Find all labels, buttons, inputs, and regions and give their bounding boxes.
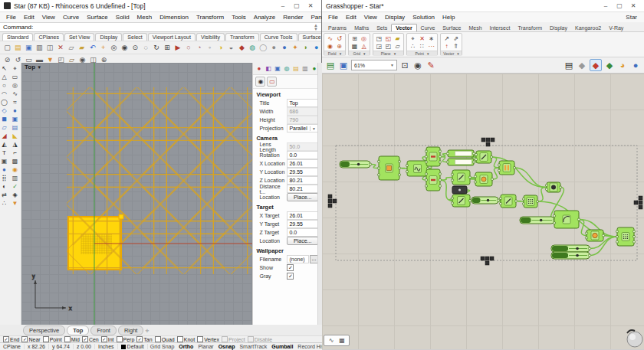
point-polar-icon[interactable]: ∴	[409, 42, 417, 50]
gh-titlebar[interactable]: Grasshopper - Star* –▢✕	[322, 0, 644, 12]
gh-dark-widget[interactable]	[481, 257, 494, 265]
light-tool-icon[interactable]: ◑	[215, 43, 225, 53]
osnap-tan[interactable]: ✓Tan	[136, 336, 152, 342]
toolbar-tab-surface-tools[interactable]: Surface Tools	[298, 33, 321, 41]
gh-node-slider-label[interactable]	[551, 252, 591, 259]
gh-dark-widget[interactable]	[634, 196, 642, 209]
analyze-direction-icon[interactable]: ▶	[173, 43, 183, 53]
boolean-tool-icon[interactable]: ◗	[301, 43, 310, 53]
duplicate-icon[interactable]: ▱	[66, 43, 76, 53]
copy-clipboard-icon[interactable]: ◫	[45, 43, 55, 53]
status-cell-z[interactable]: z 0.00	[74, 344, 95, 349]
osnap-checkbox-cen[interactable]: ✓	[82, 336, 88, 342]
gh-node-red-dash[interactable]	[425, 147, 441, 166]
osnap-checkbox-int[interactable]: ✓	[101, 336, 107, 342]
gh-tab-params[interactable]: Params	[324, 25, 350, 31]
prop-value[interactable]: 26.01	[287, 211, 318, 220]
osnap-checkbox-quad[interactable]	[155, 336, 161, 342]
save-file-icon[interactable]: ▣	[24, 43, 34, 53]
gh-node-panel[interactable]	[446, 159, 475, 165]
prop-value[interactable]: 80.21	[287, 185, 318, 193]
filter-icon[interactable]: ▼	[11, 199, 19, 208]
help-orange-icon[interactable]: ✦	[290, 43, 300, 53]
gh-node-sun[interactable]	[474, 172, 493, 186]
viewport-tab-right[interactable]: Right	[118, 325, 144, 335]
circle-tool-icon[interactable]: ○	[183, 43, 193, 53]
prop-select[interactable]: Parallel▼	[287, 124, 318, 132]
status-cell-x[interactable]: x 82.26	[25, 344, 49, 349]
new-viewport-tab-icon[interactable]: ✛	[145, 328, 149, 333]
new-file-icon[interactable]: ▢	[2, 43, 12, 53]
menu-view[interactable]: View	[38, 14, 59, 21]
status-toggle-ortho[interactable]: Ortho	[176, 344, 196, 349]
gh-tab-intersect[interactable]: Intersect	[486, 25, 514, 31]
menu-render[interactable]: Render	[279, 14, 307, 21]
rhino-viewport-top[interactable]: Top ▼ xy	[21, 63, 252, 325]
gh-node-dark[interactable]	[452, 186, 467, 194]
osnap-mid[interactable]: Mid	[64, 336, 80, 342]
toolbar-tab-display[interactable]: Display	[95, 33, 122, 41]
gh-tab-mesh[interactable]: Mesh	[465, 25, 485, 31]
osnap-point[interactable]: Point	[43, 336, 62, 342]
status-toggle-planar[interactable]: Planar	[196, 344, 215, 349]
viewport-title-label[interactable]: Top ▼	[25, 64, 41, 70]
viewport-camera-icon[interactable]: ◉	[255, 77, 265, 87]
osnap-project[interactable]: Project	[222, 336, 245, 342]
osnap-perp[interactable]: Perp	[117, 336, 135, 342]
plane-yz-icon[interactable]: ◲	[375, 42, 383, 50]
grid-hex-icon[interactable]: ▦	[350, 42, 359, 50]
undo-icon[interactable]: ↶	[87, 43, 97, 53]
status-cell-y[interactable]: y 64.74	[49, 344, 74, 349]
render-blue-icon[interactable]: ●	[280, 43, 290, 53]
vector-unit-icon[interactable]: ↑	[442, 42, 451, 50]
osnap-checkbox-vertex[interactable]	[197, 336, 203, 342]
field-merge-icon[interactable]: ⊕	[335, 42, 343, 50]
osnap-checkbox-disable[interactable]	[248, 336, 254, 342]
osnap-quad[interactable]: Quad	[155, 336, 175, 342]
osnap-checkbox-perp[interactable]	[117, 336, 123, 342]
prop-checkbox[interactable]: ✓	[287, 264, 294, 271]
point-grid-icon[interactable]: ∷	[418, 42, 426, 50]
zoom-extents-icon[interactable]: ◎	[109, 43, 119, 53]
field-point-icon[interactable]: ◉	[326, 42, 334, 50]
minimize-icon[interactable]: –	[276, 2, 290, 9]
menu-edit[interactable]: Edit	[20, 14, 38, 21]
osnap-vertex[interactable]: Vertex	[197, 336, 219, 342]
sketch-tool-icon[interactable]: ✎	[426, 60, 436, 70]
prop-value[interactable]: 0.0	[287, 228, 318, 237]
gh-tab-kangaroo2[interactable]: Kangaroo2	[571, 25, 605, 31]
gh-dark-widget[interactable]	[328, 195, 337, 208]
point-tool-icon[interactable]: ◦	[205, 43, 215, 53]
status-toggle-grid-snap[interactable]: Grid Snap	[148, 344, 177, 349]
zoom-defaults-icon[interactable]: ⊡	[399, 60, 410, 70]
gh-node-blob[interactable]	[585, 230, 604, 241]
gh-node-dark-circle[interactable]	[545, 182, 561, 192]
osnap-checkbox-mid[interactable]	[64, 336, 71, 342]
menu-curve[interactable]: Curve	[59, 14, 83, 21]
prop-checkbox[interactable]: ✓	[287, 273, 294, 280]
osnap-disable[interactable]: Disable	[248, 336, 272, 342]
gh-group-label[interactable]: Vector▾	[441, 51, 462, 56]
menu-dimension[interactable]: Dimension	[156, 14, 192, 21]
toolbar-tab-transform[interactable]: Transform	[225, 33, 259, 41]
viewport-tab-perspective[interactable]: Perspective	[23, 325, 65, 335]
rotate-view-icon[interactable]: ↻	[152, 43, 162, 53]
gh-node-bars[interactable]	[498, 161, 515, 175]
toolbar-tab-viewport-layout[interactable]: Viewport Layout	[148, 33, 196, 41]
toolbar-tab-select[interactable]: Select	[123, 33, 146, 41]
info-ball-icon[interactable]: ●	[311, 43, 321, 53]
place-button[interactable]: Place...	[287, 237, 318, 245]
lock-tool-icon[interactable]: ◒	[226, 43, 236, 53]
prop-value[interactable]: 29.55	[287, 168, 318, 176]
gh-group-label[interactable]: Point▾	[407, 51, 437, 56]
viewport-rect-icon[interactable]: ▭	[267, 77, 277, 87]
color-wheel-icon[interactable]: ◍	[248, 43, 258, 53]
status-toggle-gumball[interactable]: Gumball	[269, 344, 295, 349]
viewport-tab-top[interactable]: Top	[67, 325, 89, 335]
prop-value[interactable]: 26.01	[287, 159, 318, 168]
transform-icon[interactable]: ∴	[0, 199, 8, 208]
prop-value[interactable]: 29.55	[287, 220, 318, 228]
osnap-knot[interactable]: Knot	[177, 336, 195, 342]
gh-menu-display[interactable]: Display	[381, 14, 409, 21]
gh-menu-help[interactable]: Help	[439, 14, 458, 21]
